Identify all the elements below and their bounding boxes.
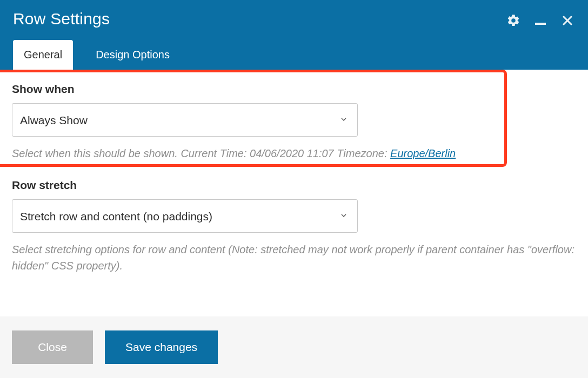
save-changes-button[interactable]: Save changes bbox=[105, 330, 218, 364]
show-when-help-prefix: Select when this should be shown. Curren… bbox=[12, 147, 390, 159]
close-icon[interactable] bbox=[560, 13, 575, 28]
close-button[interactable]: Close bbox=[12, 330, 93, 364]
panel-title: Row Settings bbox=[13, 10, 575, 28]
header-actions bbox=[506, 13, 575, 28]
tab-bar: General Design Options bbox=[13, 40, 575, 70]
panel-footer: Close Save changes bbox=[0, 316, 588, 378]
tab-general[interactable]: General bbox=[13, 40, 73, 70]
show-when-select[interactable]: Always Show bbox=[12, 103, 358, 137]
row-stretch-label: Row stretch bbox=[12, 179, 576, 192]
field-show-when: Show when Always Show Select when this s… bbox=[12, 83, 576, 161]
timezone-link[interactable]: Europe/Berlin bbox=[390, 147, 456, 159]
tab-design-options[interactable]: Design Options bbox=[85, 40, 181, 70]
minimize-icon[interactable] bbox=[533, 13, 548, 28]
panel-body: Show when Always Show Select when this s… bbox=[0, 70, 588, 316]
row-stretch-select[interactable]: Stretch row and content (no paddings) bbox=[12, 199, 358, 233]
row-stretch-help-text: Select stretching options for row and co… bbox=[12, 241, 576, 274]
show-when-select-wrap: Always Show bbox=[12, 103, 358, 137]
row-stretch-select-wrap: Stretch row and content (no paddings) bbox=[12, 199, 358, 233]
panel-header: Row Settings General Design Options bbox=[0, 0, 588, 70]
settings-gear-icon[interactable] bbox=[506, 13, 521, 28]
row-settings-panel: Row Settings General Design Options Show… bbox=[0, 0, 588, 378]
field-row-stretch: Row stretch Stretch row and content (no … bbox=[12, 179, 576, 274]
show-when-label: Show when bbox=[12, 83, 576, 96]
show-when-help-text: Select when this should be shown. Curren… bbox=[12, 145, 576, 161]
